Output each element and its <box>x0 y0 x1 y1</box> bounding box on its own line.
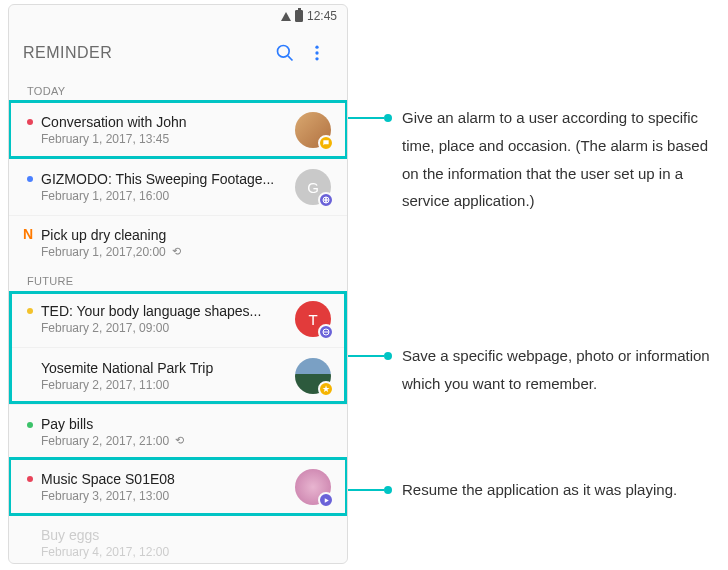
app-header: REMINDER <box>9 27 347 79</box>
annotations-panel: Give an alarm to a user according to spe… <box>348 0 728 570</box>
avatar-letter: G <box>307 179 319 196</box>
search-icon[interactable] <box>269 37 301 69</box>
reminder-item-gizmodo[interactable]: GIZMODO: This Sweeping Footage... Februa… <box>9 158 347 215</box>
section-today: TODAY <box>9 79 347 101</box>
item-title: Buy eggs <box>41 527 331 543</box>
item-title: Conversation with John <box>41 114 287 130</box>
item-date: February 4, 2017, 12:00 <box>41 545 331 559</box>
item-title: GIZMODO: This Sweeping Footage... <box>41 171 287 187</box>
item-title: Music Space S01E08 <box>41 471 287 487</box>
web-badge-icon <box>318 192 334 208</box>
item-title: Yosemite National Park Trip <box>41 360 287 376</box>
priority-dot-icon <box>27 176 33 182</box>
callout-text: Give an alarm to a user according to spe… <box>392 104 722 215</box>
item-date: February 1, 2017, 13:45 <box>41 132 287 146</box>
avatar <box>295 112 331 148</box>
priority-dot-icon <box>27 308 33 314</box>
reminder-item-buyeggs[interactable]: Buy eggs February 4, 2017, 12:00 <box>9 515 347 564</box>
reminder-item-paybills[interactable]: Pay bills February 2, 2017, 21:00 ⟲ <box>9 404 347 458</box>
app-title: REMINDER <box>23 44 269 62</box>
svg-point-3 <box>315 51 318 54</box>
callout-text: Save a specific webpage, photo or inform… <box>392 342 722 398</box>
svg-line-1 <box>288 56 293 61</box>
callout-save: Save a specific webpage, photo or inform… <box>348 342 722 398</box>
priority-dot-icon <box>27 476 33 482</box>
item-date: February 2, 2017, 11:00 <box>41 378 287 392</box>
svg-point-0 <box>278 46 290 58</box>
item-date: February 3, 2017, 13:00 <box>41 489 287 503</box>
repeat-icon: ⟲ <box>172 245 181 258</box>
item-date: February 2, 2017, 09:00 <box>41 321 287 335</box>
status-bar: 12:45 <box>9 5 347 27</box>
repeat-icon: ⟲ <box>175 434 184 447</box>
naver-icon: N <box>23 226 33 242</box>
svg-point-4 <box>315 57 318 60</box>
item-date: February 2, 2017, 21:00 ⟲ <box>41 434 331 448</box>
avatar <box>295 469 331 505</box>
callout-dot-icon <box>384 486 392 494</box>
avatar: T <box>295 301 331 337</box>
phone-frame: 12:45 REMINDER TODAY Conversation with J… <box>8 4 348 564</box>
section-future: FUTURE <box>9 269 347 291</box>
item-date: February 1, 2017,20:00 ⟲ <box>41 245 331 259</box>
highlight-group-save: TED: Your body language shapes... Februa… <box>9 291 347 404</box>
avatar: ★ <box>295 358 331 394</box>
reminder-item-music[interactable]: Music Space S01E08 February 3, 2017, 13:… <box>9 458 347 515</box>
priority-dot-icon <box>27 422 33 428</box>
battery-icon <box>295 10 303 22</box>
reminder-item-drycleaning[interactable]: N Pick up dry cleaning February 1, 2017,… <box>9 215 347 269</box>
priority-dot-icon <box>27 119 33 125</box>
web-badge-icon <box>318 324 334 340</box>
more-icon[interactable] <box>301 37 333 69</box>
avatar: G <box>295 169 331 205</box>
item-title: TED: Your body language shapes... <box>41 303 287 319</box>
star-badge-icon: ★ <box>318 381 334 397</box>
reminder-item-conversation[interactable]: Conversation with John February 1, 2017,… <box>9 101 347 158</box>
svg-point-2 <box>315 46 318 49</box>
item-title: Pick up dry cleaning <box>41 227 331 243</box>
callout-dot-icon <box>384 114 392 122</box>
callout-dot-icon <box>384 352 392 360</box>
item-title: Pay bills <box>41 416 331 432</box>
item-date: February 1, 2017, 16:00 <box>41 189 287 203</box>
callout-resume: Resume the application as it was playing… <box>348 476 677 504</box>
status-time: 12:45 <box>307 9 337 23</box>
reminder-item-ted[interactable]: TED: Your body language shapes... Februa… <box>9 291 347 347</box>
reminder-item-yosemite[interactable]: Yosemite National Park Trip February 2, … <box>9 347 347 404</box>
play-badge-icon <box>318 492 334 508</box>
signal-icon <box>281 12 291 21</box>
chat-badge-icon <box>318 135 334 151</box>
callout-text: Resume the application as it was playing… <box>392 476 677 504</box>
callout-alarm: Give an alarm to a user according to spe… <box>348 104 722 215</box>
avatar-letter: T <box>308 311 317 328</box>
